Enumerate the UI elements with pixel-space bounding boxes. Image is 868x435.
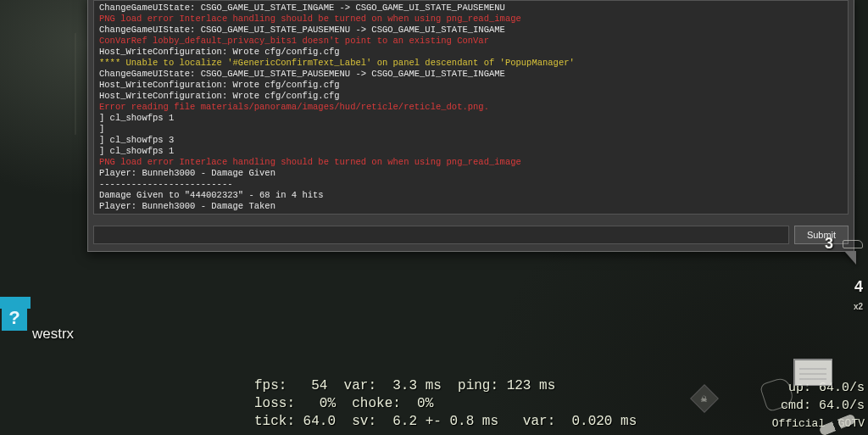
console-line: ] xyxy=(99,124,843,135)
console-input-row: Submit xyxy=(93,226,849,244)
console-line: **** Unable to localize '#GenericConfirm… xyxy=(99,58,843,69)
hud-count-b-mult: x2 xyxy=(854,302,863,311)
console-line: ------------------------- xyxy=(99,212,843,215)
player-tag-icon: ? xyxy=(2,307,27,331)
hud-ammo-panel: 3 4 x2 xyxy=(821,235,863,339)
developer-console: ChangeGameUIState: CSGO_GAME_UI_STATE_IN… xyxy=(87,0,854,252)
console-line: ChangeGameUIState: CSGO_GAME_UI_STATE_PA… xyxy=(99,69,843,80)
netgraph-row-loss: loss: 0% choke: 0% xyxy=(254,396,433,411)
background-geometry xyxy=(0,33,76,163)
console-line: Damage Given to "444002323" - 68 in 4 hi… xyxy=(99,190,843,201)
console-line: Error reading file materials/panorama/im… xyxy=(99,102,843,113)
console-line: Player: Bunneh3000 - Damage Given xyxy=(99,168,843,179)
console-input[interactable] xyxy=(93,226,789,244)
console-line: Host_WriteConfiguration: Wrote cfg/confi… xyxy=(99,47,843,58)
console-line: ChangeGameUIState: CSGO_GAME_UI_STATE_IN… xyxy=(99,3,843,14)
console-line: Host_WriteConfiguration: Wrote cfg/confi… xyxy=(99,80,843,91)
console-line: Player: Bunneh3000 - Damage Taken xyxy=(99,201,843,212)
player-tag-mark: ? xyxy=(8,309,19,330)
hud-count-a-value: 3 xyxy=(825,235,833,252)
console-line: PNG load error Interlace handling should… xyxy=(99,157,843,168)
console-line: ConVarRef lobby_default_privacy_bits1 do… xyxy=(99,36,843,47)
netgraph-row-fps: fps: 54 var: 3.3 ms ping: 123 ms xyxy=(254,378,555,393)
netgraph-stats: fps: 54 var: 3.3 ms ping: 123 ms loss: 0… xyxy=(254,360,637,431)
console-line: PNG load error Interlace handling should… xyxy=(99,14,843,25)
player-tag-name: westrx xyxy=(32,326,74,343)
console-line: ] cl_showfps 3 xyxy=(99,135,843,146)
netgraph-row-tick: tick: 64.0 sv: 6.2 +- 0.8 ms var: 0.020 … xyxy=(254,414,637,429)
hud-count-a: 3 xyxy=(821,235,863,253)
console-line: ] cl_showfps 1 xyxy=(99,113,843,124)
console-line: Host_WriteConfiguration: Wrote cfg/confi… xyxy=(99,91,843,102)
console-output[interactable]: ChangeGameUIState: CSGO_GAME_UI_STATE_IN… xyxy=(93,0,849,215)
bullet-icon xyxy=(843,240,863,248)
console-line: ] cl_showfps 1 xyxy=(99,146,843,157)
hud-count-b-value: 4 xyxy=(854,278,863,295)
hud-count-b: 4 x2 xyxy=(821,278,863,314)
netgraph-cmd: cmd: 64.0/s xyxy=(781,399,865,413)
console-line: ChangeGameUIState: CSGO_GAME_UI_STATE_PA… xyxy=(99,25,843,36)
console-line: ------------------------- xyxy=(99,179,843,190)
hud-bandwidth-card-icon xyxy=(793,359,832,386)
